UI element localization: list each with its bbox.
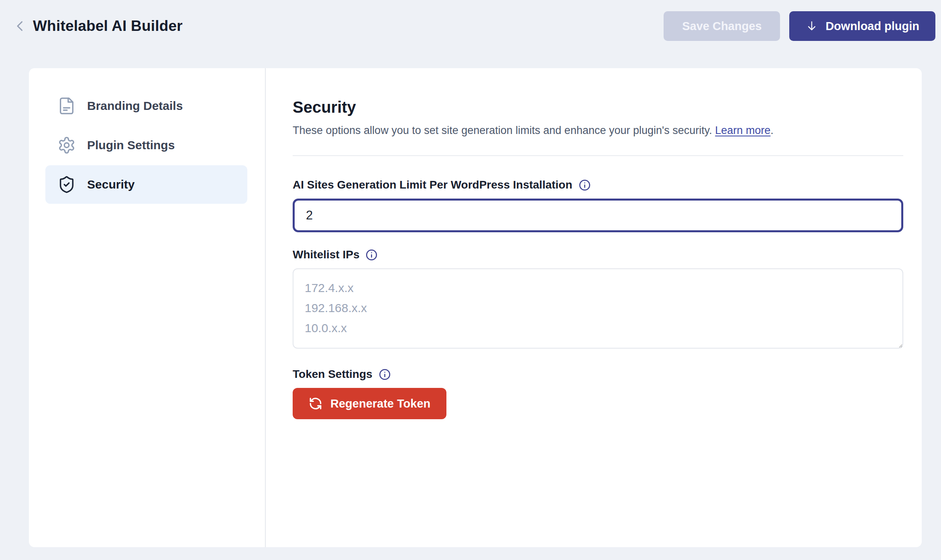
info-icon[interactable] [578, 179, 591, 191]
sidebar-item-label: Security [87, 178, 134, 191]
description-period: . [770, 124, 774, 136]
generation-limit-input[interactable] [293, 199, 903, 232]
page-title: Whitelabel AI Builder [33, 18, 183, 34]
sidebar-item-branding-details[interactable]: Branding Details [45, 87, 247, 125]
sidebar-item-plugin-settings[interactable]: Plugin Settings [45, 126, 247, 164]
back-button[interactable] [10, 16, 30, 36]
header-actions: Save Changes Download plugin [664, 11, 935, 41]
description-text: These options allow you to set site gene… [293, 124, 712, 136]
sidebar: Branding Details Plugin Settings Securit… [29, 68, 265, 547]
generation-limit-label: AI Sites Generation Limit Per WordPress … [293, 179, 903, 191]
token-settings-label: Token Settings [293, 368, 903, 381]
learn-more-link[interactable]: Learn more [715, 124, 770, 136]
whitelist-ips-label-text: Whitelist IPs [293, 248, 359, 261]
download-plugin-label: Download plugin [825, 20, 919, 33]
refresh-icon [309, 397, 322, 410]
info-icon[interactable] [379, 368, 391, 381]
sidebar-item-security[interactable]: Security [45, 165, 247, 204]
download-arrow-icon [805, 20, 818, 32]
shield-check-icon [57, 175, 76, 194]
sidebar-item-label: Branding Details [87, 99, 183, 113]
chevron-left-icon [13, 19, 27, 33]
token-settings-label-text: Token Settings [293, 368, 373, 381]
whitelist-ips-textarea[interactable] [293, 268, 903, 349]
section-description: These options allow you to set site gene… [293, 124, 903, 137]
document-icon [57, 97, 76, 115]
sidebar-item-label: Plugin Settings [87, 138, 175, 152]
save-changes-button[interactable]: Save Changes [664, 11, 780, 41]
whitelist-ips-label: Whitelist IPs [293, 248, 903, 261]
generation-limit-label-text: AI Sites Generation Limit Per WordPress … [293, 179, 572, 191]
regenerate-token-label: Regenerate Token [330, 397, 430, 410]
header: Whitelabel AI Builder Save Changes Downl… [0, 0, 941, 52]
section-heading: Security [293, 98, 903, 116]
regenerate-token-button[interactable]: Regenerate Token [293, 388, 446, 419]
security-panel: Security These options allow you to set … [266, 68, 922, 547]
section-divider [293, 155, 903, 156]
download-plugin-button[interactable]: Download plugin [789, 11, 935, 41]
settings-card: Branding Details Plugin Settings Securit… [29, 68, 922, 547]
info-icon[interactable] [365, 249, 378, 261]
gear-icon [57, 136, 76, 154]
